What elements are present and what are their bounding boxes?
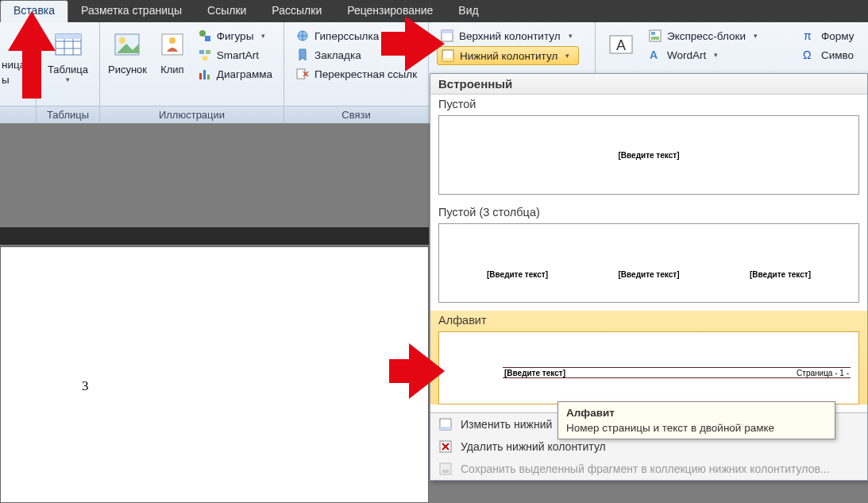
smartart-icon (198, 48, 212, 62)
gallery-section-builtin: Встроенный (430, 74, 867, 95)
quickparts-label: Экспресс-блоки (667, 30, 746, 42)
svg-rect-12 (205, 36, 210, 41)
shapes-icon (198, 29, 212, 43)
clip-label: Клип (160, 64, 183, 75)
picture-icon (111, 29, 143, 60)
svg-marker-39 (381, 16, 445, 72)
header-button[interactable]: Верхний колонтитул (437, 27, 579, 44)
save-selection-label: Сохранить выделенный фрагмент в коллекци… (461, 462, 830, 475)
gallery-item-label: Алфавит (430, 311, 867, 328)
preview-placeholder: [Введите текст] (750, 270, 811, 279)
quickparts-button[interactable]: Экспресс-блоки (645, 27, 764, 44)
preview-placeholder: [Введите текст] (619, 270, 680, 279)
group-label-tables: Таблицы (37, 106, 99, 123)
svg-text:A: A (616, 37, 626, 53)
svg-rect-9 (162, 34, 183, 55)
group-label-links: Связи (284, 106, 428, 123)
tooltip-desc: Номер страницы и текст в двойной рамке (566, 422, 827, 434)
crossref-icon (295, 67, 310, 81)
symbol-label: Симво (821, 49, 854, 61)
gallery-item-empty[interactable]: Пустой [Введите текст] (430, 95, 867, 195)
svg-rect-13 (199, 50, 204, 54)
textbox-button[interactable]: A (600, 25, 642, 67)
textbox-icon: A (605, 29, 637, 60)
svg-rect-37 (442, 470, 449, 473)
tab-references[interactable]: Ссылки (195, 0, 259, 22)
remove-footer-label: Удалить нижний колонтитул (461, 440, 606, 453)
svg-rect-28 (651, 32, 655, 35)
equation-label: Форму (821, 30, 854, 42)
chart-button[interactable]: Диаграмма (195, 65, 279, 83)
preview-placeholder: [Введите текст] (487, 270, 548, 279)
svg-point-10 (169, 37, 176, 44)
group-illustrations: Рисунок Клип Фигуры SmartArt (100, 22, 284, 123)
document-page[interactable]: 3 (0, 246, 429, 503)
chart-label: Диаграмма (217, 68, 272, 80)
svg-rect-16 (199, 73, 202, 79)
header-label: Верхний колонтитул (459, 30, 561, 42)
tab-view[interactable]: Вид (446, 0, 491, 22)
wordart-icon: A (648, 48, 662, 62)
table-icon (52, 29, 84, 60)
svg-point-7 (119, 37, 125, 44)
picture-label: Рисунок (108, 64, 147, 75)
preview-page: Страница - 1 - (797, 369, 849, 377)
smartart-label: SmartArt (217, 49, 259, 61)
chart-icon (198, 67, 212, 81)
svg-rect-15 (203, 56, 207, 60)
footer-label: Нижний колонтитул (460, 50, 557, 62)
hyperlink-label: Гиперссылка (314, 30, 379, 42)
svg-rect-34 (440, 427, 451, 430)
picture-button[interactable]: Рисунок (105, 25, 150, 79)
edit-footer-icon (438, 417, 453, 431)
footer-button[interactable]: Нижний колонтитул (437, 46, 579, 65)
page-gap (0, 227, 429, 245)
tab-mailings[interactable]: Рассылки (259, 0, 334, 22)
gallery-item-label: Пустой (430, 95, 867, 112)
svg-text:Ω: Ω (803, 48, 811, 61)
tab-page-layout[interactable]: Разметка страницы (68, 0, 195, 22)
bookmark-label: Закладка (314, 49, 361, 61)
shapes-button[interactable]: Фигуры (195, 27, 279, 44)
smartart-button[interactable]: SmartArt (195, 46, 279, 64)
wordart-button[interactable]: A WordArt (645, 46, 764, 64)
gallery-item-label: Пустой (3 столбца) (430, 203, 867, 220)
remove-footer-icon (438, 439, 453, 454)
gallery-tooltip: Алфавит Номер страницы и текст в двойной… (557, 401, 835, 439)
red-arrow-top-2 (381, 16, 445, 72)
symbol-button[interactable]: Ω Симво (799, 46, 860, 64)
svg-rect-18 (207, 75, 210, 79)
svg-rect-29 (651, 37, 659, 40)
edit-footer-label: Изменить нижний (461, 418, 552, 431)
quickparts-icon (648, 29, 662, 43)
red-arrow-top-1 (8, 11, 56, 99)
group-label-pages-fragment (0, 106, 36, 123)
preview-placeholder: [Введите текст] (619, 151, 680, 160)
clip-button[interactable]: Клип (153, 25, 191, 79)
svg-rect-20 (297, 69, 305, 79)
preview-placeholder: [Введите текст] (504, 369, 565, 377)
gallery-item-empty-3col[interactable]: Пустой (3 столбца) [Введите текст] [Введ… (430, 203, 867, 303)
bookmark-icon (295, 48, 310, 62)
svg-text:A: A (650, 48, 658, 61)
svg-marker-40 (389, 343, 445, 399)
page-number-text: 3 (82, 378, 89, 394)
group-label-illustrations: Иллюстрации (100, 106, 284, 123)
gallery-item-alphabet[interactable]: Алфавит [Введите текст] Страница - 1 - (430, 311, 867, 404)
tooltip-title: Алфавит (566, 407, 827, 419)
save-selection-cmd: Сохранить выделенный фрагмент в коллекци… (430, 458, 867, 480)
shapes-label: Фигуры (217, 30, 254, 42)
svg-rect-5 (56, 34, 81, 39)
svg-text:π: π (804, 29, 812, 42)
save-selection-icon (438, 462, 453, 476)
symbol-icon: Ω (802, 48, 816, 62)
svg-rect-14 (206, 50, 210, 54)
svg-marker-38 (8, 11, 56, 99)
equation-button[interactable]: π Форму (799, 27, 860, 44)
svg-rect-17 (203, 70, 206, 79)
svg-point-11 (199, 30, 206, 37)
equation-icon: π (802, 29, 816, 43)
wordart-label: WordArt (667, 49, 706, 61)
clip-icon (156, 29, 188, 60)
red-arrow-mid (389, 343, 445, 399)
